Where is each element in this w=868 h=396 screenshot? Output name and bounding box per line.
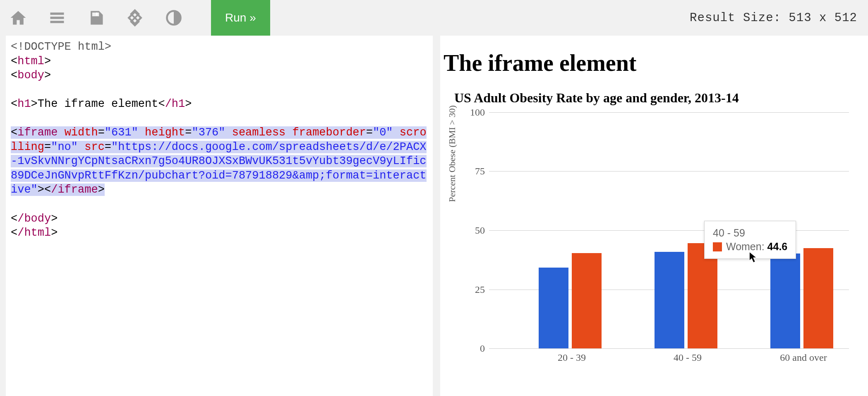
home-icon[interactable] [7,7,29,29]
y-tick: 100 [464,107,485,118]
x-tick: 20 - 39 [558,352,586,363]
y-tick: 75 [464,166,485,177]
y-axis-label: Percent Obese (BMI > 30) [447,100,458,208]
y-tick: 50 [464,225,485,236]
menu-icon[interactable] [46,7,68,29]
chart[interactable]: Percent Obese (BMI > 30) 100 75 50 25 0 … [444,112,858,361]
result-size-label: Result Size: 513 x 512 [690,11,861,25]
y-tick: 25 [464,284,485,295]
save-icon[interactable] [85,7,107,29]
toolbar-left: Run » [7,0,270,36]
plot-area: 100 75 50 25 0 20 - 39 40 - 59 [489,112,849,348]
tooltip-category: 40 - 59 [713,227,787,239]
bar-women-2[interactable] [803,248,833,348]
cursor-icon [749,251,758,264]
y-tick: 0 [464,343,485,354]
panes: <!DOCTYPE html> <html> <body> <h1>The if… [0,36,868,396]
result-heading: The iframe element [444,50,868,76]
bar-men-1[interactable] [655,252,684,348]
toolbar: Run » Result Size: 513 x 512 [0,0,868,36]
tooltip-swatch [713,242,722,251]
bar-men-0[interactable] [539,268,568,348]
svg-rect-0 [96,12,98,15]
theme-icon[interactable] [163,7,185,29]
bar-men-2[interactable] [770,254,800,348]
bar-women-1[interactable] [688,243,717,348]
rotate-icon[interactable] [124,7,146,29]
bar-women-0[interactable] [572,253,602,348]
code-editor[interactable]: <!DOCTYPE html> <html> <body> <h1>The if… [6,36,433,396]
code-doctype: <!DOCTYPE html> [11,41,111,53]
x-tick: 60 and over [780,352,827,363]
x-tick: 40 - 59 [674,352,702,363]
chart-title: US Adult Obesity Rate by age and gender,… [454,90,868,106]
run-button[interactable]: Run » [211,0,270,36]
result-preview: The iframe element US Adult Obesity Rate… [440,36,868,396]
